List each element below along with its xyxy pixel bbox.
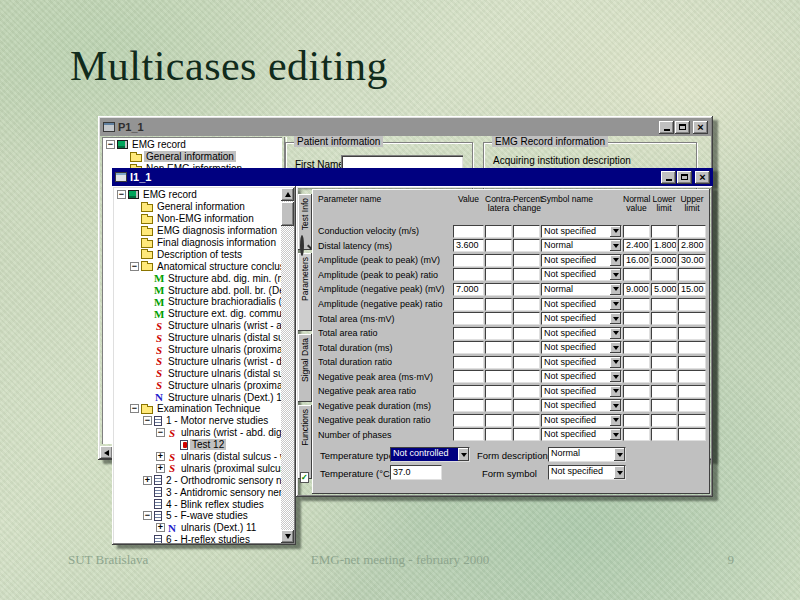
upper-limit-cell[interactable] xyxy=(678,225,706,238)
normal-value-cell[interactable] xyxy=(623,399,650,412)
collapse-icon[interactable]: − xyxy=(130,262,139,271)
tree-item[interactable]: Final diagnosis information xyxy=(114,237,281,249)
normal-value-cell[interactable] xyxy=(623,385,650,398)
tree-item[interactable]: −Examination Technique xyxy=(114,403,281,415)
dropdown-arrow-icon[interactable] xyxy=(610,415,621,426)
symbol-select[interactable]: Normal xyxy=(541,239,622,252)
normal-value-cell[interactable] xyxy=(623,225,650,238)
collapse-icon[interactable]: − xyxy=(156,428,165,437)
percent-change-cell[interactable] xyxy=(513,399,540,412)
lower-limit-cell[interactable] xyxy=(651,356,677,369)
contralateral-cell[interactable] xyxy=(485,399,512,412)
normal-value-cell[interactable] xyxy=(623,414,650,427)
value-cell[interactable] xyxy=(453,312,484,325)
lower-limit-cell[interactable] xyxy=(651,327,677,340)
value-cell[interactable] xyxy=(453,356,484,369)
dropdown-arrow-icon[interactable] xyxy=(614,466,625,479)
scroll-down-button[interactable] xyxy=(281,530,294,543)
contralateral-cell[interactable] xyxy=(485,385,512,398)
contralateral-cell[interactable] xyxy=(485,370,512,383)
tree-item[interactable]: SStructure ulnaris (distal sulcu xyxy=(114,367,281,379)
vertical-scrollbar[interactable] xyxy=(281,188,294,543)
tree-item[interactable]: General information xyxy=(114,201,281,213)
contralateral-cell[interactable] xyxy=(485,298,512,311)
normal-value-cell[interactable] xyxy=(623,312,650,325)
lower-limit-cell[interactable] xyxy=(651,414,677,427)
dropdown-arrow-icon[interactable] xyxy=(610,357,621,368)
value-cell[interactable] xyxy=(453,268,484,281)
normal-value-cell[interactable] xyxy=(623,428,650,441)
tree-item[interactable]: −EMG record xyxy=(114,189,281,201)
percent-change-cell[interactable] xyxy=(513,239,540,252)
symbol-select[interactable]: Not specified xyxy=(541,356,622,369)
value-cell[interactable] xyxy=(453,341,484,354)
normal-value-cell[interactable]: 9.000 xyxy=(623,283,650,296)
tree-item[interactable]: +Nulnaris (Dext.) 11 xyxy=(114,522,281,534)
tree-item[interactable]: 4 - Blink reflex studies xyxy=(114,498,281,510)
dropdown-arrow-icon[interactable] xyxy=(610,299,621,310)
p11-titlebar[interactable]: P1_1 × xyxy=(100,118,711,136)
dropdown-arrow-icon[interactable] xyxy=(610,313,621,324)
value-cell[interactable] xyxy=(453,225,484,238)
collapse-icon[interactable]: − xyxy=(143,416,152,425)
tree-item[interactable]: SStructure ulnaris (wrist - digit xyxy=(114,355,281,367)
value-cell[interactable] xyxy=(453,298,484,311)
minimize-button[interactable] xyxy=(659,121,674,134)
symbol-select[interactable]: Not specified xyxy=(541,327,622,340)
collapse-icon[interactable]: − xyxy=(106,140,115,149)
symbol-select[interactable]: Not specified xyxy=(541,385,622,398)
tree-item[interactable]: Non-EMG information xyxy=(114,213,281,225)
upper-limit-cell[interactable] xyxy=(678,341,706,354)
upper-limit-cell[interactable]: 30.00 xyxy=(678,254,706,267)
tree-item[interactable]: SStructure ulnaris (proximal sul xyxy=(114,379,281,391)
scrollbar-thumb[interactable] xyxy=(281,202,294,226)
dropdown-arrow-icon[interactable] xyxy=(610,400,621,411)
temperature-type-select[interactable]: Not controlled xyxy=(390,447,470,462)
lower-limit-cell[interactable]: 1.800 xyxy=(651,239,677,252)
dropdown-arrow-icon[interactable] xyxy=(610,371,621,382)
lower-limit-cell[interactable] xyxy=(651,312,677,325)
dropdown-arrow-icon[interactable] xyxy=(458,448,469,461)
tree-item[interactable]: −1 - Motor nerve studies xyxy=(114,415,281,427)
symbol-select[interactable]: Not specified xyxy=(541,298,622,311)
upper-limit-cell[interactable] xyxy=(678,399,706,412)
tree-item[interactable]: MStructure ext. dig. communis xyxy=(114,308,281,320)
contralateral-cell[interactable] xyxy=(485,225,512,238)
contralateral-cell[interactable] xyxy=(485,341,512,354)
contralateral-cell[interactable] xyxy=(485,239,512,252)
lower-limit-cell[interactable]: 5.000 xyxy=(651,254,677,267)
normal-value-cell[interactable] xyxy=(623,327,650,340)
tree-item[interactable]: −Anatomical structure conclusion xyxy=(114,260,281,272)
expand-icon[interactable]: + xyxy=(143,476,152,485)
dropdown-arrow-icon[interactable] xyxy=(610,226,621,237)
tree-item[interactable]: NStructure ulnaris (Dext.) 11 xyxy=(114,391,281,403)
maximize-button[interactable] xyxy=(675,121,690,134)
upper-limit-cell[interactable] xyxy=(678,298,706,311)
percent-change-cell[interactable] xyxy=(513,385,540,398)
normal-value-cell[interactable]: 2.400 xyxy=(623,239,650,252)
lower-limit-cell[interactable] xyxy=(651,385,677,398)
percent-change-cell[interactable] xyxy=(513,341,540,354)
tab-test-info[interactable]: Test Info xyxy=(298,194,312,250)
dropdown-arrow-icon[interactable] xyxy=(610,328,621,339)
upper-limit-cell[interactable] xyxy=(678,356,706,369)
value-cell[interactable] xyxy=(453,327,484,340)
tab-functions[interactable]: Functions✓ xyxy=(298,405,312,479)
tree-item[interactable]: SStructure ulnaris (proximal sul xyxy=(114,344,281,356)
lower-limit-cell[interactable] xyxy=(651,268,677,281)
symbol-select[interactable]: Not specified xyxy=(541,254,622,267)
normal-value-cell[interactable] xyxy=(623,268,650,281)
percent-change-cell[interactable] xyxy=(513,283,540,296)
tree-item[interactable]: SStructure ulnaris (distal sulcu xyxy=(114,332,281,344)
temperature-input[interactable]: 37.0 xyxy=(390,465,442,480)
dropdown-arrow-icon[interactable] xyxy=(614,448,625,461)
collapse-icon[interactable]: − xyxy=(143,511,152,520)
tree-item[interactable]: SStructure ulnaris (wrist - abd. xyxy=(114,320,281,332)
contralateral-cell[interactable] xyxy=(485,268,512,281)
value-cell[interactable] xyxy=(453,414,484,427)
form-symbol-select[interactable]: Not specified xyxy=(548,465,626,480)
normal-value-cell[interactable] xyxy=(623,370,650,383)
lower-limit-cell[interactable] xyxy=(651,298,677,311)
value-cell[interactable] xyxy=(453,385,484,398)
tree-item[interactable]: −EMG record xyxy=(103,139,282,151)
